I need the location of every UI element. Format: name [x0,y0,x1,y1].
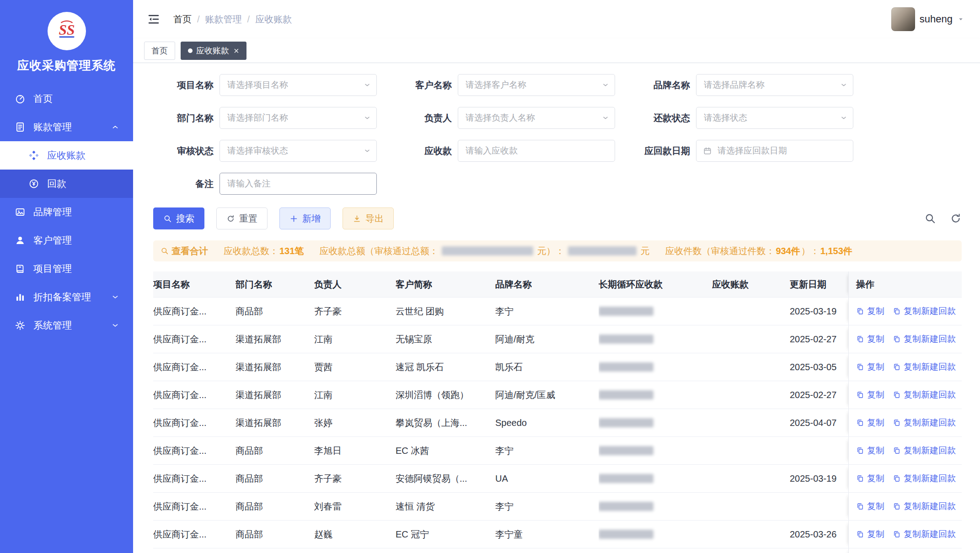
sidebar-item-2[interactable]: 品牌管理 [0,198,133,226]
column-header-5[interactable]: 长期循环应收款 [599,271,712,297]
copy-new-repayment-button[interactable]: 复制新建回款 [893,305,956,317]
sidebar-item-0[interactable]: 首页 [0,85,133,113]
select-input[interactable] [703,112,836,123]
export-button[interactable]: 导出 [343,207,394,229]
copy-button[interactable]: 复制 [856,333,884,345]
备注-input-wrap[interactable] [220,173,377,195]
copy-new-repayment-button[interactable]: 复制新建回款 [893,473,956,484]
客户名称-select[interactable] [458,74,615,96]
page-content: 项目名称客户名称品牌名称部门名称负责人还款状态审核状态应收款应回款日期备注 搜索… [133,63,980,553]
search-button-label: 搜索 [176,213,194,225]
table-row: 供应商订金...商品部李旭日EC 冰茜李宁复制复制新建回款 [153,437,962,465]
sidebar-subitem-1[interactable]: 回款 [0,170,133,198]
select-input[interactable] [703,80,836,90]
部门名称-select[interactable] [220,107,377,129]
text-input[interactable] [226,178,370,189]
column-header-4[interactable]: 品牌名称 [495,271,599,297]
应回款日期-date-picker[interactable] [696,140,853,162]
filter-field-6: 审核状态 [153,140,377,162]
copy-new-repayment-button[interactable]: 复制新建回款 [893,361,956,373]
品牌名称-select[interactable] [696,74,853,96]
calendar-icon [703,146,712,155]
tab-0[interactable]: 首页 [144,42,175,60]
sidebar-item-label: 账款管理 [33,121,72,133]
sidebar-item-label: 系统管理 [33,319,72,332]
column-header-2[interactable]: 负责人 [314,271,396,297]
column-header-6[interactable]: 应收账款 [712,271,790,297]
cell-customer: 安德阿镆贸易（... [396,465,495,492]
refresh-list-icon[interactable] [950,213,962,224]
cell-brand: 凯乐石 [495,353,599,381]
column-header-0[interactable]: 项目名称 [153,271,236,297]
breadcrumb-item[interactable]: 首页 [173,13,192,26]
view-total-label: 查看合计 [171,245,208,257]
copy-button[interactable]: 复制 [856,305,884,317]
cell-receivable [712,465,790,492]
cell-project: 供应商订金... [153,353,236,381]
sidebar-subitem-0[interactable]: 应收账款 [0,141,133,170]
breadcrumb: 首页/账款管理/应收账款 [173,13,292,26]
svg-text:SS: SS [59,22,75,38]
select-input[interactable] [226,80,360,90]
breadcrumb-item[interactable]: 账款管理 [205,13,242,26]
search-toggle-icon[interactable] [924,213,936,224]
cell-updated: 2025-03-26 [790,521,848,548]
项目名称-select[interactable] [220,74,377,96]
sidebar-toggle-icon[interactable] [147,12,161,26]
sidebar-item-3[interactable]: 客户管理 [0,226,133,255]
summary-amount-suffix: 元 [640,245,649,257]
copy-new-repayment-button[interactable]: 复制新建回款 [893,333,956,345]
chevDown-icon [364,81,371,89]
close-icon[interactable]: × [234,46,239,55]
text-input[interactable] [465,145,608,156]
审核状态-select[interactable] [220,140,377,162]
filter-label: 客户名称 [391,79,458,91]
summary-amount: 应收款总额（审核通过总额： 元）： 元 [319,245,649,257]
select-input[interactable] [465,112,598,123]
copy-button[interactable]: 复制 [856,389,884,401]
add-button[interactable]: 新增 [279,207,331,229]
应收款-input-wrap[interactable] [458,140,615,162]
copy-new-repayment-button[interactable]: 复制新建回款 [893,528,956,540]
负责人-select[interactable] [458,107,615,129]
date-input[interactable] [717,145,846,156]
copy-new-repayment-button[interactable]: 复制新建回款 [893,500,956,512]
cell-department: 商品部 [236,298,314,325]
table-row: 供应商订金...渠道拓展部江南无锡宝原阿迪/耐克2025-02-27复制复制新建… [153,325,962,353]
select-input[interactable] [226,112,360,123]
column-header-8[interactable]: 操作 [848,271,962,297]
sidebar-item-6[interactable]: 系统管理 [0,311,133,340]
dashboard-icon [15,93,26,104]
copy-button[interactable]: 复制 [856,361,884,373]
cell-owner: 贾茜 [314,353,396,381]
chevDown-icon [840,81,847,89]
cell-brand: 李宁 [495,493,599,520]
brand-icon [15,207,26,218]
copy-button[interactable]: 复制 [856,417,884,429]
chevUp-icon [111,123,119,131]
download-icon [353,214,361,223]
还款状态-select[interactable] [696,107,853,129]
copy-button[interactable]: 复制 [856,500,884,512]
copy-new-repayment-button[interactable]: 复制新建回款 [893,389,956,401]
tab-1[interactable]: 应收账款× [181,42,246,60]
sidebar-item-1[interactable]: 账款管理 [0,113,133,141]
column-header-7[interactable]: 更新日期 [790,271,848,297]
sidebar-item-4[interactable]: 项目管理 [0,255,133,283]
reset-button[interactable]: 重置 [216,207,268,229]
select-input[interactable] [465,80,598,90]
copy-button[interactable]: 复制 [856,528,884,540]
copy-button[interactable]: 复制 [856,445,884,457]
search-button[interactable]: 搜索 [153,207,204,229]
copy-new-repayment-button[interactable]: 复制新建回款 [893,445,956,457]
column-header-1[interactable]: 部门名称 [236,271,314,297]
view-total-link[interactable]: 查看合计 [161,245,208,257]
sidebar-item-5[interactable]: 折扣备案管理 [0,283,133,311]
copy-button[interactable]: 复制 [856,473,884,484]
user-menu[interactable]: suheng [891,7,964,31]
copy-icon [856,474,864,483]
select-input[interactable] [226,145,360,156]
redacted-amount [599,446,653,455]
copy-new-repayment-button[interactable]: 复制新建回款 [893,417,956,429]
column-header-3[interactable]: 客户简称 [396,271,495,297]
